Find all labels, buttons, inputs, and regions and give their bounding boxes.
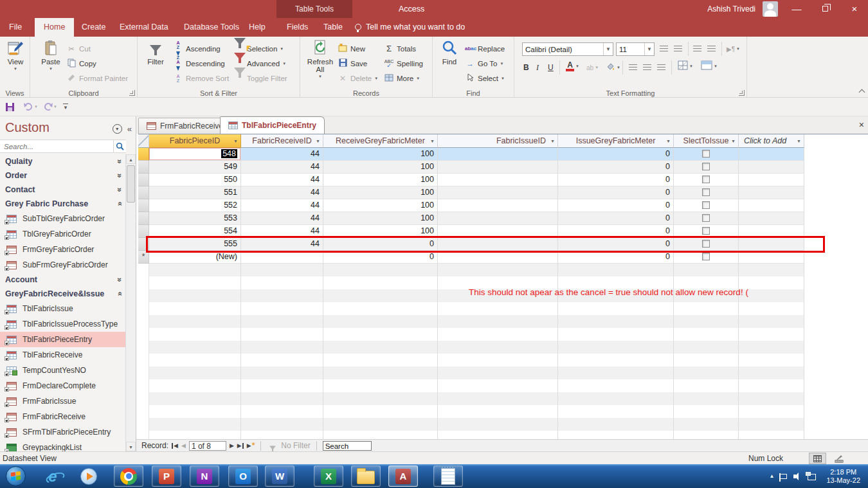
slecttoissue-checkbox[interactable] <box>702 227 710 235</box>
remove-sort-button[interactable]: AZRemove Sort <box>173 71 229 85</box>
tab-table[interactable]: Table <box>314 18 352 37</box>
row-selector[interactable] <box>138 161 149 174</box>
cell-receivegreyfabricmeter[interactable]: 100 <box>323 148 438 161</box>
view-button[interactable]: View ▼ <box>3 40 28 71</box>
cell-fabricreceiveid[interactable]: 44 <box>241 174 323 186</box>
cell-fabricissueid[interactable] <box>438 212 558 225</box>
nav-item-sfrmtblfabricpieceentry[interactable]: SFrmTblFabricPieceEntry <box>0 424 126 440</box>
alternate-row-color-button[interactable]: ▼ <box>701 60 718 73</box>
doc-tab-tblfabricpieceentry[interactable]: TblFabricPieceEntry <box>220 116 325 134</box>
slecttoissue-checkbox[interactable] <box>702 201 710 209</box>
chevron-down-icon[interactable]: ▼ <box>666 139 671 143</box>
cell-issuegreyfabricmeter[interactable]: 0 <box>558 186 674 199</box>
cell-click-to-add[interactable] <box>739 186 804 199</box>
scroll-up-icon[interactable]: ▲ <box>126 154 136 164</box>
find-button[interactable]: Find <box>438 40 461 66</box>
column-header-receivegreyfabricmeter[interactable]: ReceiveGreyFabricMeter▼ <box>323 134 438 148</box>
cell-issuegreyfabricmeter[interactable]: 0 <box>558 174 674 186</box>
cell-receivegreyfabricmeter[interactable]: 0 <box>323 251 438 264</box>
nav-item-subfrmgreyfabricorder[interactable]: SubFrmGreyFabricOrder <box>0 257 126 273</box>
cell-fabricissueid[interactable] <box>438 148 558 161</box>
nav-item-tblfabricreceive[interactable]: TblFabricReceive <box>0 347 126 363</box>
column-header-slecttoissue[interactable]: SlectToIssue▼ <box>674 134 739 148</box>
shutter-bar-close-icon[interactable]: « <box>127 124 132 134</box>
slecttoissue-checkbox[interactable] <box>702 150 710 158</box>
volume-icon[interactable] <box>793 473 801 480</box>
cell-click-to-add[interactable] <box>739 212 804 225</box>
cell-fabricissueid[interactable] <box>438 174 558 186</box>
collapse-ribbon-button[interactable] <box>859 88 864 93</box>
chevron-down-icon[interactable]: ▼ <box>430 139 435 143</box>
row-selector[interactable] <box>138 186 149 199</box>
cell-receivegreyfabricmeter[interactable]: 100 <box>323 161 438 174</box>
cell-fabricissueid[interactable] <box>438 186 558 199</box>
nav-item-subtblgreyfabricorder[interactable]: SubTblGreyFabricOrder <box>0 211 126 226</box>
taskbar-excel[interactable]: X <box>314 465 343 487</box>
first-record-button[interactable]: ◀ <box>172 442 178 449</box>
descending-button[interactable]: ZADescending <box>173 57 225 70</box>
column-header-issuegreyfabricmeter[interactable]: IssueGreyFabricMeter▼ <box>558 134 674 148</box>
next-record-button[interactable]: ▶ <box>230 442 234 449</box>
underline-button[interactable]: U <box>548 61 554 74</box>
network-icon[interactable] <box>808 474 816 480</box>
paste-button[interactable]: Paste ▼ <box>38 40 64 71</box>
no-filter-button[interactable]: No Filter <box>267 440 310 451</box>
previous-record-button[interactable]: ◀ <box>181 442 186 449</box>
start-button[interactable] <box>6 466 26 486</box>
qat-save-button[interactable] <box>5 101 15 113</box>
cell-fabricreceiveid[interactable]: 44 <box>241 199 323 212</box>
cell-fabricreceiveid[interactable]: 44 <box>241 186 323 199</box>
tab-fields[interactable]: Fields <box>278 18 317 37</box>
taskbar-onenote[interactable]: N <box>190 465 219 487</box>
chevron-down-icon[interactable]: ▼ <box>550 139 555 143</box>
cell-fabricpieceid[interactable]: 553 <box>149 212 241 225</box>
search-icon[interactable] <box>113 140 126 152</box>
select-all-corner[interactable] <box>138 134 149 148</box>
minimize-button[interactable]: — <box>783 0 810 18</box>
align-right-button[interactable] <box>657 61 665 74</box>
filter-button[interactable]: Filter <box>143 40 168 66</box>
cell-fabricpieceid[interactable]: 550 <box>149 174 241 186</box>
rtl-paragraph-button[interactable]: ▶¶▼ <box>727 42 740 55</box>
nav-search-input[interactable] <box>0 142 113 151</box>
cell-fabricpieceid[interactable]: 552 <box>149 199 241 212</box>
taskbar-chrome[interactable] <box>114 465 143 487</box>
cell-receivegreyfabricmeter[interactable]: 100 <box>323 212 438 225</box>
copy-button[interactable]: Copy <box>66 57 96 70</box>
datasheet-view-button[interactable] <box>809 453 826 464</box>
cell-receivegreyfabricmeter[interactable]: 100 <box>323 186 438 199</box>
column-header-fabricissueid[interactable]: FabricIssueID▼ <box>438 134 558 148</box>
cell-click-to-add[interactable] <box>739 251 804 264</box>
bold-button[interactable]: B <box>523 61 529 74</box>
increase-indent-button[interactable] <box>707 42 716 55</box>
restore-button[interactable] <box>812 0 839 18</box>
qat-redo-button[interactable]: ▼ <box>42 101 57 113</box>
taskbar-notepad[interactable] <box>433 465 463 487</box>
nav-item-tblgreyfabricorder[interactable]: TblGreyFabricOrder <box>0 226 126 242</box>
record-search-input[interactable]: Search <box>323 441 372 451</box>
row-selector[interactable] <box>138 148 149 161</box>
cell-issuegreyfabricmeter[interactable]: 0 <box>558 148 674 161</box>
numbering-button[interactable] <box>674 42 682 55</box>
taskbar-windows-media-player[interactable] <box>76 466 102 486</box>
refresh-all-button[interactable]: Refresh All ▼ <box>305 40 335 78</box>
tab-file[interactable]: File <box>0 18 31 37</box>
tab-help[interactable]: Help <box>240 18 275 37</box>
cell-issuegreyfabricmeter[interactable]: 0 <box>558 212 674 225</box>
replace-button[interactable]: abacReplace <box>465 42 505 55</box>
row-selector[interactable] <box>138 199 149 212</box>
nav-group-qulaity[interactable]: Qulaity» <box>0 154 126 168</box>
chevron-down-icon[interactable]: ▼ <box>316 139 320 143</box>
background-color-button[interactable]: ▼ <box>606 61 620 74</box>
cell-fabricreceiveid[interactable] <box>241 251 323 264</box>
ascending-button[interactable]: AZAscending <box>173 42 221 55</box>
close-document-icon[interactable]: × <box>859 120 864 129</box>
highlight-color-button[interactable]: ab▼ <box>586 61 599 74</box>
record-position-box[interactable]: 1 of 8 <box>189 441 226 451</box>
cell-click-to-add[interactable] <box>739 161 804 174</box>
cell-fabricreceiveid[interactable]: 44 <box>241 148 323 161</box>
nav-scrollbar[interactable]: ▲ ▼ <box>125 154 136 451</box>
select-button[interactable]: Select▼ <box>465 71 505 85</box>
nav-group-order[interactable]: Order» <box>0 168 126 183</box>
nav-item-tempcountyesno[interactable]: TempCountYesNO <box>0 363 126 378</box>
